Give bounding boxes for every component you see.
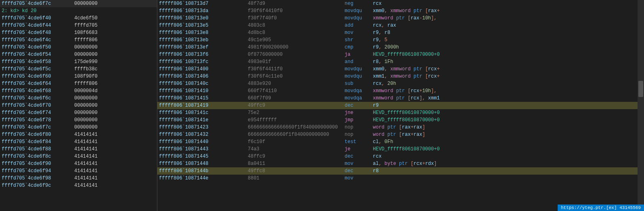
asm-bytes: 48f7d9 [248,0,345,7]
hex-row: ffffd705`4cde6f404cde6f50 [0,15,157,22]
hex-row: ffffd705`4cde6f5400000000 [0,51,157,58]
asm-mnemonic: movdqa [345,95,373,101]
hex-val: 41414141 [74,153,107,160]
asm-addr: fffff806`108713e5 [159,22,248,29]
hex-rows-container: ffffd705`4cde6f404cde6f50ffffd705`4cde6f… [0,15,157,189]
hex-row: ffffd705`4cde6f6c00000000 [0,95,157,102]
hex-row: ffffd705`4cde6f9441414141 [0,167,157,175]
asm-mnemonic: neg [345,0,373,7]
asm-addr: fffff806`1087141e [159,117,248,123]
asm-operands: rcx, rax [373,22,396,29]
asm-mnemonic: dec [345,153,373,160]
asm-mnemonic: shr [345,37,373,43]
hex-row: ffffd705`4cde6f44ffffd705 [0,22,157,29]
asm-row: fffff806`10871445 48ffc9 dec rcx [157,153,638,160]
asm-operands: r9, 5 [373,37,387,43]
hex-val: ffffd705 [74,22,107,29]
asm-operands: r9, 2000h [373,44,399,51]
asm-bytes: 6666666666660f1f840000000000 [248,131,345,138]
asm-bytes: 4d8bc8 [248,30,345,36]
first-val: 00000000 [74,0,107,7]
hex-val: 00000000 [74,124,107,131]
hex-val: 108f90f0 [74,73,107,80]
asm-operands: r8 [373,168,378,174]
asm-mnemonic: sub [345,80,373,87]
asm-operands: rcx [373,153,382,160]
hex-addr: ffffd705`4cde6f50 [2,44,74,51]
asm-mnemonic: jne [345,110,373,116]
hex-row: ffffd705`4cde6f5cffffb38c [0,65,157,73]
hex-addr: ffffd705`4cde6f54 [2,51,74,58]
asm-row: fffff806`108713ef 4981f900200000 cmp r9,… [157,44,638,51]
hex-val: 00000000 [74,51,107,58]
hex-row: ffffd705`4cde6f9c41414141 [0,182,157,189]
asm-row: fffff806`108713eb 49c1e905 shr r9, 5 [157,36,638,44]
asm-mnemonic: mov [345,175,373,181]
asm-row: fffff806`10871410 660f7f4110 movdqa xmmw… [157,87,638,95]
asm-addr: fffff806`10871400 [159,66,248,72]
hex-row: ffffd705`4cde6f8441414141 [0,138,157,146]
asm-mnemonic: movdqu [345,15,373,21]
asm-operands: rcx, 20h [373,80,396,87]
asm-mnemonic: nop [345,131,373,138]
asm-bytes: 4983e01f [248,59,345,65]
asm-bytes: 75e2 [248,110,345,116]
hex-addr: ffffd705`4cde6f70 [2,102,74,109]
asm-operands: xmmword ptr [rcx], xmm1 [373,95,440,101]
asm-row: fffff806`108713d7 48f7d9 neg rcx [157,0,638,7]
hex-addr: ffffd705`4cde6f6c [2,95,74,101]
first-addr: ffffd705`4cde6f7c [2,0,74,7]
asm-mnemonic: movdqu [345,73,373,80]
asm-operands: al, byte ptr [rcx+rdx] [373,160,437,167]
hex-addr: ffffd705`4cde6f98 [2,175,74,181]
asm-row: fffff806`10871440 f6c10f test cl, 0Fh [157,138,638,146]
hex-val: 41414141 [74,131,107,138]
hex-addr: ffffd705`4cde6f68 [2,88,74,94]
asm-operands: word ptr [rax+rax] [373,124,425,131]
asm-row: fffff806`10871443 74a3 je HEVD_fffff8061… [157,146,638,153]
hex-val: 41414141 [74,160,107,167]
hex-addr: ffffd705`4cde6f48 [2,30,74,36]
asm-operands: xmm0, xmmword ptr [rcx+ [373,66,440,72]
asm-addr: fffff806`10871410 [159,88,248,94]
asm-row: fffff806`1087144e 8801 mov [157,175,638,182]
asm-row: fffff806`10871423 6666666666666660f1f840… [157,124,638,131]
asm-bytes: 49ffc9 [248,102,345,109]
asm-rows-container: fffff806`108713d7 48f7d9 neg rcx fffff80… [157,0,638,182]
hex-val: 108f6683 [74,30,107,36]
asm-bytes: f30f6f4c11e0 [248,73,345,80]
scrollbar-thumb[interactable] [638,81,643,97]
hex-val: 0000004d [74,88,107,94]
asm-mnemonic: add [345,22,373,29]
hex-val: 41414141 [74,146,107,152]
asm-bytes: 8801 [248,175,345,181]
asm-operands: HEVD_fffff80610870000+0 [373,110,440,116]
scrollbar[interactable] [638,0,644,211]
asm-mnemonic: cmp [345,44,373,51]
hex-val: 41414141 [74,168,107,174]
hex-row: ffffd705`4cde6f9041414141 [0,160,157,167]
asm-row: fffff806`108713da f30f6f4410f0 movdqu xm… [157,7,638,15]
hex-addr: ffffd705`4cde6f4c [2,37,74,43]
asm-addr: fffff806`10871406 [159,73,248,80]
asm-row: fffff806`108713e0 f30f7f40f0 movdqu xmmw… [157,15,638,22]
hex-row: ffffd705`4cde6f8841414141 [0,146,157,153]
asm-operands: r8, 1Fh [373,59,393,65]
hex-addr: ffffd705`4cde6f78 [2,117,74,123]
asm-mnemonic: dec [345,168,373,174]
hex-addr: ffffd705`4cde6f7c [2,124,74,131]
asm-bytes: 660f7f09 [248,95,345,101]
hex-row: ffffd705`4cde6f7400000000 [0,109,157,116]
asm-bytes: 48ffc9 [248,153,345,160]
asm-addr: fffff806`1087144b [159,168,248,174]
asm-row: fffff806`10871419 49ffc9 dec r9 [157,102,638,109]
hex-val: 00000000 [74,102,107,109]
asm-row: fffff806`10871432 6666666666660f1f840000… [157,131,638,138]
hex-val: 00000000 [74,110,107,116]
asm-mnemonic: nop [345,124,373,131]
asm-row: fffff806`108713e5 4803c8 add rcx, rax [157,22,638,29]
hex-val: ffffb38c [74,66,107,72]
hex-row: ffffd705`4cde6f60108f90f0 [0,73,157,80]
asm-addr: fffff806`10871443 [159,146,248,152]
asm-bytes: 74a3 [248,146,345,152]
